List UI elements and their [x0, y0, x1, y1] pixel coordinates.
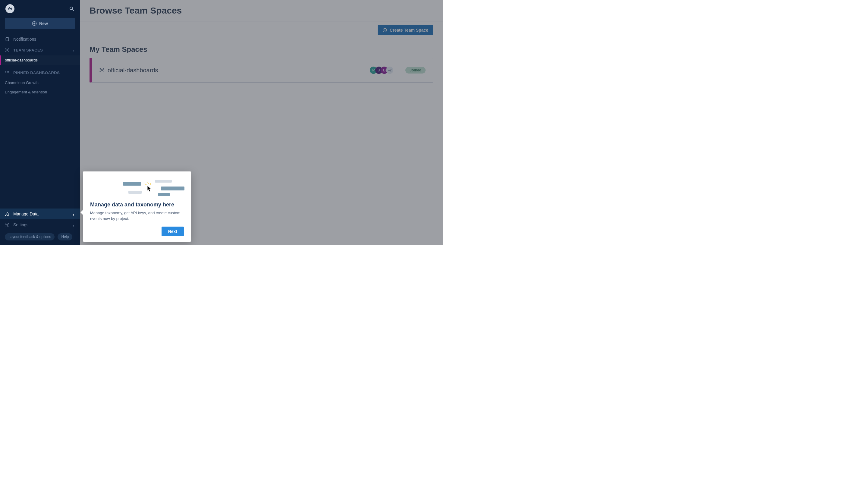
svg-point-21 [8, 214, 9, 215]
svg-line-28 [8, 214, 9, 215]
sidebar-top [0, 0, 80, 17]
page-title: Browse Team Spaces [90, 5, 433, 16]
layout-feedback-button[interactable]: Layout feedback & options [5, 233, 55, 241]
sidebar-subitem-chameleon[interactable]: Chameleon Growth [0, 78, 80, 87]
chevron-right-icon [72, 49, 75, 52]
svg-line-26 [7, 213, 8, 214]
manage-data-label: Manage Data [13, 212, 38, 216]
svg-rect-15 [8, 71, 9, 72]
plus-circle-icon [32, 21, 37, 26]
svg-point-34 [101, 70, 103, 71]
svg-point-35 [100, 68, 101, 69]
help-button[interactable]: Help [58, 233, 72, 241]
svg-point-11 [5, 51, 6, 52]
avatar-stack: P J B +2 [372, 67, 393, 74]
tooltip-illustration [90, 178, 184, 201]
svg-point-8 [7, 50, 8, 51]
svg-point-0 [70, 7, 73, 10]
svg-point-19 [7, 212, 8, 213]
svg-point-24 [8, 215, 9, 216]
team-space-card[interactable]: official-dashboards P J B +2 Joined [90, 58, 433, 83]
gear-icon [5, 222, 10, 227]
app-logo[interactable] [5, 4, 14, 13]
sidebar-footer: Layout feedback & options Help [0, 230, 80, 245]
chevron-right-icon [72, 213, 75, 216]
sidebar: New Notifications TEAM SPACES official-d… [0, 0, 80, 245]
notification-icon [5, 37, 10, 41]
sidebar-item-notifications[interactable]: Notifications [0, 34, 80, 44]
plus-circle-icon [382, 28, 387, 33]
create-team-space-label: Create Team Space [390, 28, 428, 33]
svg-point-10 [8, 49, 9, 50]
svg-rect-17 [7, 72, 8, 73]
status-badge: Joined [405, 67, 426, 73]
team-space-icon [99, 67, 104, 73]
create-team-space-button[interactable]: Create Team Space [378, 25, 433, 35]
svg-point-9 [5, 49, 6, 50]
svg-point-37 [100, 71, 101, 72]
new-button[interactable]: New [5, 18, 75, 29]
main-header: Browse Team Spaces [80, 0, 443, 22]
svg-rect-13 [5, 71, 6, 72]
svg-point-22 [5, 215, 6, 216]
pinned-label: PINNED DASHBOARDS [13, 70, 60, 75]
pinned-icon [5, 70, 10, 75]
svg-point-30 [7, 224, 8, 225]
svg-line-29 [6, 214, 7, 215]
manage-data-icon [5, 212, 10, 216]
onboarding-tooltip: Manage data and taxonomy here Manage tax… [83, 171, 191, 242]
svg-line-25 [6, 213, 7, 214]
sidebar-subitem-official-dashboards[interactable]: official-dashboards [0, 56, 80, 65]
sidebar-section-pinned[interactable]: PINNED DASHBOARDS [0, 67, 80, 78]
tooltip-pointer [81, 210, 84, 216]
team-space-name: official-dashboards [107, 67, 158, 74]
svg-point-38 [103, 71, 104, 72]
sidebar-item-manage-data[interactable]: Manage Data [0, 209, 80, 219]
svg-point-20 [6, 214, 7, 215]
action-bar: Create Team Space [80, 22, 443, 39]
next-button[interactable]: Next [161, 227, 184, 236]
sidebar-section-team-spaces[interactable]: TEAM SPACES [0, 44, 80, 56]
chevron-right-icon [72, 223, 75, 226]
sidebar-subitem-engagement[interactable]: Engagement & retention [0, 87, 80, 97]
svg-point-23 [7, 215, 8, 216]
sidebar-bottom: Manage Data Settings Layout feedback & o… [0, 209, 80, 245]
svg-line-1 [72, 9, 74, 11]
avatar-more[interactable]: +2 [386, 67, 393, 74]
svg-rect-5 [6, 38, 8, 41]
svg-point-12 [8, 51, 9, 52]
tooltip-actions: Next [90, 227, 184, 236]
my-team-spaces-title: My Team Spaces [80, 39, 443, 58]
svg-rect-14 [7, 71, 8, 72]
svg-rect-18 [8, 72, 9, 73]
search-icon[interactable] [69, 6, 74, 11]
settings-label: Settings [13, 222, 29, 227]
team-spaces-icon [5, 47, 10, 53]
team-spaces-label: TEAM SPACES [13, 48, 43, 53]
sidebar-item-settings[interactable]: Settings [0, 219, 80, 230]
notifications-label: Notifications [13, 37, 36, 41]
svg-point-36 [103, 68, 104, 69]
tooltip-title: Manage data and taxonomy here [90, 201, 184, 208]
tooltip-body: Manage taxonomy, get API keys, and creat… [90, 210, 184, 222]
new-label: New [39, 21, 48, 26]
svg-rect-16 [5, 72, 6, 73]
